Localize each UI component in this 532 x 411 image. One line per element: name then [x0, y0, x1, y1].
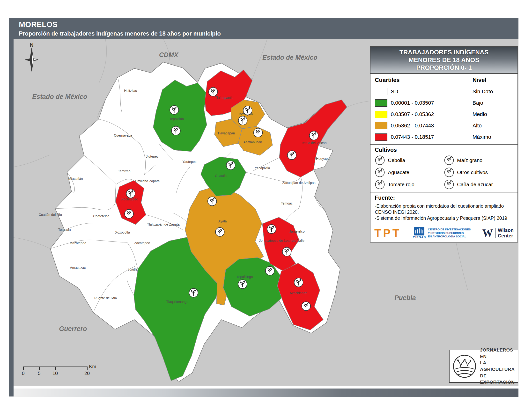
scalebar-number: 5 — [38, 371, 40, 376]
legend-title-line-1: TRABAJADORES INDÍGENAS — [370, 48, 517, 56]
legend-level: Alto — [473, 122, 513, 129]
map-header: MORELOS Proporción de trabajadores indíg… — [14, 18, 518, 39]
municipality-label: Ayala — [218, 219, 227, 223]
municipality-label: Tlaquiltenango — [166, 300, 189, 304]
municipality-label: Tetela del Volcán — [301, 141, 327, 145]
crop-icon — [283, 247, 291, 256]
jornaleros-text: JORNALEROS EN LA AGRICULTURA DE EXPORTAC… — [480, 347, 515, 386]
fuente-lines: -Elaboración propia con microdatos del c… — [375, 203, 513, 221]
scalebar-tick — [39, 366, 40, 370]
crop-icon — [216, 227, 224, 236]
municipality-label: Coatetelco — [93, 214, 109, 218]
jornaleros-field-icon — [452, 354, 477, 379]
scale-bar: 051020 Km — [23, 364, 103, 379]
legend-column-headers: Cuartiles Nivel — [375, 77, 513, 84]
cultivo-label: Aguacate — [388, 169, 409, 175]
municipality-label: Mazatepec — [70, 241, 86, 245]
fuente-header: Fuente: — [375, 195, 513, 201]
legend-swatch-bajo — [375, 99, 387, 107]
fuente-line-1: -Elaboración propia con microdatos del c… — [375, 203, 513, 209]
crop-icon — [267, 224, 276, 234]
municipality-label: Miacatlán — [68, 177, 83, 181]
municipality-label: Coatlán del Río — [39, 213, 62, 217]
cultivo-label: Cebolla — [388, 157, 405, 163]
cultivo-item: Aguacate — [375, 167, 444, 177]
municipality-label: Cuernavaca — [114, 133, 132, 137]
tpt-logo: TPT — [374, 226, 401, 240]
municipality-label: Jiutepec — [146, 154, 158, 158]
municipality-label: Tlalnepantla — [215, 96, 233, 100]
wilson-w-mark: W — [482, 228, 493, 238]
cultivos-grid: CebollaMaíz granoAguacateOtros cultivosT… — [375, 155, 513, 189]
municipality-label: Yecapixtla — [255, 166, 270, 170]
jornaleros-line-2: LA AGRICULTURA — [480, 360, 515, 373]
ciesas-text-line-2: Y ESTUDIOS SUPERIORES — [428, 231, 471, 235]
cultivos-header: Cultivos — [375, 147, 513, 153]
page: MORELOS Proporción de trabajadores indíg… — [0, 0, 532, 411]
crop-icon — [226, 161, 235, 170]
crop-icon — [309, 131, 318, 140]
scalebar-number: 0 — [22, 371, 24, 376]
legend-swatch-maximo — [375, 133, 387, 141]
municipality-label: Emiliano Zapata — [135, 179, 160, 183]
cultivo-item: Maíz grano — [444, 155, 513, 165]
wilson-divider — [495, 228, 496, 238]
ciesas-text: CENTRO DE INVESTIGACIONES Y ESTUDIOS SUP… — [428, 228, 471, 238]
ciesas-wordmark: CIESAS — [413, 235, 426, 239]
crop-icon-otros-cultivos — [444, 167, 454, 177]
municipality-label: Puente de Ixtla — [94, 296, 117, 300]
municipality-label: Tepalcingo — [237, 275, 253, 279]
crop-icon — [126, 189, 135, 198]
legend-level: Máximo — [473, 134, 513, 140]
crop-icon — [294, 278, 303, 287]
wilson-name: Wilson Center — [498, 227, 514, 238]
municipality-label: Cuautla — [215, 174, 227, 178]
ciesas-text-line-1: CENTRO DE INVESTIGACIONES — [428, 228, 471, 231]
municipality-label: Tlaltizapán de Zapata — [147, 223, 180, 226]
municipality-label: Amacuzac — [70, 266, 86, 270]
legend-range: 0.07443 - 0.18517 — [391, 134, 473, 140]
scalebar-unit: Km — [89, 364, 96, 369]
crop-icon-tomate-rojo — [375, 179, 385, 189]
cultivo-label: Caña de azucar — [457, 182, 493, 187]
legend-class-row: 0.07443 - 0.18517Máximo — [375, 131, 513, 143]
compass-needle-icon — [23, 48, 40, 72]
municipality-label: Temoac — [281, 201, 293, 205]
municipality-label: Hueyapan — [316, 157, 332, 160]
municipality-label: Zacatepec — [134, 241, 150, 245]
crop-icon-maiz-grano — [444, 155, 454, 165]
municipality-label: Huitzilac — [124, 89, 137, 93]
municipality-label: Atlatlahucan — [244, 140, 262, 144]
municipality-label: Axochiapan — [289, 291, 307, 295]
cultivo-label: Otros cultivos — [457, 169, 488, 175]
municipality-label: Jonacatepec de Leandro Valle — [259, 239, 304, 243]
crop-icon — [124, 209, 133, 218]
legend-logos: TPT CIESAS CENTRO DE INVESTIGACIONES Y E… — [370, 224, 517, 242]
municipality-label: Tepoztlán — [169, 117, 184, 121]
crop-icon — [209, 87, 218, 96]
legend-swatch-alto — [375, 122, 387, 129]
ciesas-mark: CIESAS — [413, 227, 426, 239]
fuente-line-2: CENSO INEGI 2020. — [375, 209, 513, 215]
compass-north-label: N — [23, 42, 40, 48]
scalebar-tick — [23, 366, 24, 370]
wilson-center-logo: W Wilson Center — [482, 227, 514, 238]
scalebar-number: 10 — [52, 371, 58, 376]
legend-quartiles-section: Cuartiles Nivel SDSin Dato0.00001 - 0.03… — [370, 74, 517, 144]
ciesas-text-line-3: EN ANTROPOLOGÍA SOCIAL — [428, 235, 471, 238]
left-accent-bar — [9, 18, 14, 396]
fuente-section: Fuente: -Elaboración propia con microdat… — [370, 192, 517, 224]
cultivo-label: Tomate rojo — [388, 182, 415, 187]
ciesas-logo: CIESAS CENTRO DE INVESTIGACIONES Y ESTUD… — [413, 227, 471, 239]
legend-range: 0.05362 - 0.07443 — [391, 122, 473, 129]
crop-icon — [266, 266, 275, 275]
legend-classes: SDSin Dato0.00001 - 0.03507Bajo0.03507 -… — [375, 86, 513, 143]
municipality-label: Yautepec — [182, 160, 196, 164]
legend-swatch-sd — [375, 88, 387, 95]
legend-level: Medio — [473, 111, 513, 118]
crop-icon — [287, 151, 296, 159]
crop-icon — [208, 197, 217, 206]
state-label: Puebla — [394, 294, 416, 301]
cuartiles-header: Cuartiles — [375, 77, 473, 84]
scalebar-tick — [55, 366, 56, 370]
